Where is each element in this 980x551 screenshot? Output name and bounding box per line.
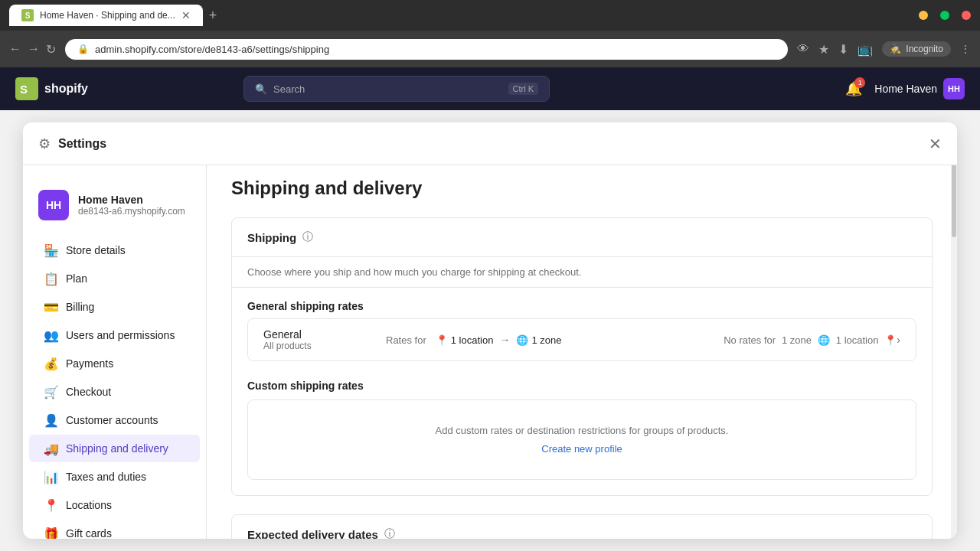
no-rates-location: 1 location xyxy=(836,334,879,346)
new-tab-button[interactable]: + xyxy=(209,8,217,24)
scrollbar-track xyxy=(951,122,957,539)
users-icon: 👥 xyxy=(44,328,58,342)
delivery-dates-card: Expected delivery dates ⓘ shop Promise xyxy=(231,514,933,539)
shipping-description: Choose where you ship and how much you c… xyxy=(232,257,932,288)
shipping-icon: 🚚 xyxy=(44,442,58,455)
settings-close-button[interactable]: ✕ xyxy=(929,135,942,153)
sidebar-item-locations[interactable]: 📍 Locations xyxy=(29,491,200,519)
nav-buttons: ← → ↻ xyxy=(9,42,56,57)
sidebar-label-taxes: Taxes and duties xyxy=(66,471,146,483)
header-search[interactable]: 🔍 Search Ctrl K xyxy=(243,76,550,102)
no-rates-zone-icon: 🌐 xyxy=(818,334,830,346)
store-info: HH Home Haven de8143-a6.myshopify.com xyxy=(23,178,206,236)
store-logo: HH xyxy=(38,190,69,220)
billing-icon: 💳 xyxy=(44,300,58,314)
settings-header: ⚙ Settings ✕ xyxy=(23,122,957,165)
tab-close-button[interactable]: ✕ xyxy=(181,9,191,21)
custom-rates-empty: Add custom rates or destination restrict… xyxy=(247,399,916,480)
sidebar-label-checkout: Checkout xyxy=(66,386,111,398)
search-placeholder: Search xyxy=(273,83,305,95)
url-bar[interactable]: 🔒 admin.shopify.com/store/de8143-a6/sett… xyxy=(65,39,788,60)
shopify-logo-text: shopify xyxy=(44,82,88,96)
location-count: 1 location xyxy=(451,334,494,346)
no-rates-zone: 1 zone xyxy=(782,334,812,346)
sidebar-item-users-permissions[interactable]: 👥 Users and permissions xyxy=(29,321,200,349)
browser-tab[interactable]: S Home Haven · Shipping and de... ✕ xyxy=(9,5,203,26)
general-rate-row[interactable]: General All products Rates for 📍 1 locat… xyxy=(247,318,916,361)
sidebar-store-name: Home Haven xyxy=(78,194,185,206)
page-title: Shipping and delivery xyxy=(231,178,933,199)
shipping-info-icon[interactable]: ⓘ xyxy=(302,230,313,244)
shopify-logo[interactable]: S shopify xyxy=(15,77,88,100)
reload-button[interactable]: ↻ xyxy=(46,42,56,57)
maximize-button[interactable] xyxy=(940,11,949,20)
sidebar-item-payments[interactable]: 💰 Payments xyxy=(29,350,200,377)
store-name-text: Home Haven xyxy=(874,83,937,95)
zone-item: 🌐 1 zone xyxy=(516,334,561,346)
sidebar-item-store-details[interactable]: 🏪 Store details xyxy=(29,236,200,264)
address-bar-actions: 👁 ★ ⬇ 📺 xyxy=(797,42,873,57)
no-rates-location-icon: 📍 xyxy=(884,334,897,346)
store-selector-button[interactable]: Home Haven HH xyxy=(874,78,965,99)
sidebar-label-billing: Billing xyxy=(66,301,94,313)
zone-count: 1 zone xyxy=(531,334,561,346)
more-options-icon[interactable]: ⋮ xyxy=(960,43,971,55)
shipping-card-header: Shipping ⓘ xyxy=(232,218,932,257)
back-button[interactable]: ← xyxy=(9,42,21,57)
shipping-section-card: Shipping ⓘ Choose where you ship and how… xyxy=(231,217,933,496)
notification-button[interactable]: 🔔 1 xyxy=(845,80,862,97)
settings-container: ⚙ Settings ✕ HH Home Haven de8143-a6.mys… xyxy=(0,110,980,551)
zone-icon: 🌐 xyxy=(516,334,528,346)
delivery-dates-title: Expected delivery dates xyxy=(247,528,378,540)
sidebar-label-store-details: Store details xyxy=(66,244,126,256)
delivery-dates-header: Expected delivery dates ⓘ xyxy=(232,515,932,539)
close-button[interactable] xyxy=(962,11,971,20)
sidebar-item-checkout[interactable]: 🛒 Checkout xyxy=(29,378,200,406)
sidebar-label-shipping: Shipping and delivery xyxy=(66,442,168,455)
sidebar-label-payments: Payments xyxy=(66,357,113,370)
sidebar-label-users: Users and permissions xyxy=(66,329,175,341)
settings-title: Settings xyxy=(58,137,106,151)
create-profile-link[interactable]: Create new profile xyxy=(541,443,622,455)
sidebar-item-shipping-delivery[interactable]: 🚚 Shipping and delivery xyxy=(29,435,200,462)
bookmark-icon: ★ xyxy=(818,42,829,57)
sidebar-item-gift-cards[interactable]: 🎁 Gift cards xyxy=(29,520,200,539)
address-bar: ← → ↻ 🔒 admin.shopify.com/store/de8143-a… xyxy=(0,31,980,67)
sidebar-item-customer-accounts[interactable]: 👤 Customer accounts xyxy=(29,406,200,434)
taxes-icon: 📊 xyxy=(44,470,58,484)
sidebar-item-taxes-duties[interactable]: 📊 Taxes and duties xyxy=(29,463,200,491)
incognito-label: Incognito xyxy=(906,44,943,54)
location-item: 📍 1 location xyxy=(436,334,494,346)
forward-button[interactable]: → xyxy=(28,42,40,57)
custom-rates-text: Add custom rates or destination restrict… xyxy=(263,425,900,436)
sidebar-label-gift-cards: Gift cards xyxy=(66,527,112,539)
general-rates-title: General shipping rates xyxy=(232,288,932,318)
location-icon: 📍 xyxy=(436,334,448,346)
store-avatar: HH xyxy=(943,78,965,99)
store-details: Home Haven de8143-a6.myshopify.com xyxy=(78,194,185,217)
sidebar-item-billing[interactable]: 💳 Billing xyxy=(29,293,200,321)
custom-rates-title: Custom shipping rates xyxy=(247,380,916,399)
delivery-info-icon[interactable]: ⓘ xyxy=(384,527,395,539)
download-icon: ⬇ xyxy=(838,42,848,57)
svg-text:S: S xyxy=(20,83,28,96)
rate-name-main: General xyxy=(263,328,386,341)
tab-title: Home Haven · Shipping and de... xyxy=(40,10,175,21)
header-actions: 🔔 1 Home Haven HH xyxy=(845,78,965,99)
chevron-right-icon: › xyxy=(897,334,900,346)
settings-modal: ⚙ Settings ✕ HH Home Haven de8143-a6.mys… xyxy=(23,122,957,539)
arrow-icon: → xyxy=(499,334,510,346)
sidebar-store-url: de8143-a6.myshopify.com xyxy=(78,206,185,217)
shopify-header: S shopify 🔍 Search Ctrl K 🔔 1 Home Haven… xyxy=(0,67,980,110)
settings-title-row: ⚙ Settings xyxy=(38,135,106,152)
search-icon: 🔍 xyxy=(255,83,267,95)
store-details-icon: 🏪 xyxy=(44,243,58,257)
minimize-button[interactable] xyxy=(919,11,928,20)
locations-icon: 📍 xyxy=(44,498,58,512)
lock-icon: 🔒 xyxy=(77,44,89,54)
sidebar-item-plan[interactable]: 📋 Plan xyxy=(29,265,200,292)
rate-details: Rates for 📍 1 location → 🌐 1 zone xyxy=(386,334,642,346)
cast-icon: 📺 xyxy=(858,42,873,57)
rates-for-label: Rates for xyxy=(386,334,426,346)
sidebar-label-customer-accounts: Customer accounts xyxy=(66,414,158,426)
